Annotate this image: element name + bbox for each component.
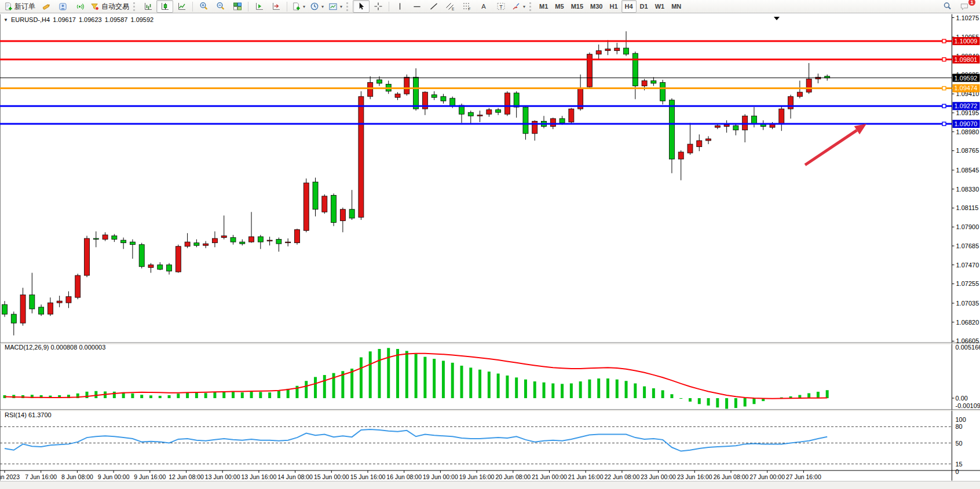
vertical-line-button[interactable] (392, 0, 408, 13)
svg-text:19 Jun 00:00: 19 Jun 00:00 (423, 473, 458, 480)
periods-button[interactable]: ▾ (308, 0, 326, 13)
svg-text:1.08115: 1.08115 (956, 204, 979, 211)
new-order-button[interactable]: 新订单 (2, 0, 38, 13)
svg-text:15 Jun 00:00: 15 Jun 00:00 (314, 473, 349, 480)
svg-text:100: 100 (956, 416, 966, 423)
tab-m30[interactable]: M30 (587, 0, 606, 13)
auto-trading-icon (90, 2, 100, 11)
svg-text:27 Jun 00:00: 27 Jun 00:00 (749, 473, 785, 480)
chart-shift-button[interactable] (251, 0, 268, 13)
templates-button[interactable]: ▾ (326, 0, 345, 13)
chart-shift-icon (255, 2, 264, 11)
tab-d1[interactable]: D1 (637, 0, 652, 13)
svg-text:15: 15 (956, 461, 963, 468)
crosshair-button[interactable] (370, 0, 386, 13)
channel-button[interactable]: E (442, 0, 459, 13)
line-chart-button[interactable] (173, 0, 190, 13)
toolbar-grip (346, 2, 350, 11)
level-handle[interactable] (942, 58, 946, 61)
svg-text:0.005166: 0.005166 (956, 344, 980, 351)
symbol-label: EURUSD-,H4 (11, 16, 50, 23)
horizontal-line-button[interactable] (408, 0, 425, 13)
chart-autoscroll-icon (272, 2, 281, 11)
indicators-button[interactable]: ▾ (290, 0, 308, 13)
svg-text:13 Jun 00:00: 13 Jun 00:00 (205, 473, 240, 480)
symbol-dropdown-icon[interactable]: ▼ (3, 17, 8, 23)
toolbar-grip (529, 2, 533, 11)
clock-icon (310, 2, 319, 11)
svg-text:1.07035: 1.07035 (956, 300, 979, 307)
svg-text:1.08765: 1.08765 (956, 147, 979, 154)
svg-text:22 Jun 08:00: 22 Jun 08:00 (605, 473, 640, 480)
price-chart-canvas[interactable]: 1.102751.100551.098401.096251.094101.091… (0, 13, 980, 489)
svg-text:23 Jun 00:00: 23 Jun 00:00 (641, 473, 676, 480)
trendline-icon (429, 2, 438, 11)
svg-text:9 Jun 16:00: 9 Jun 16:00 (134, 473, 166, 480)
arrow-objects-button[interactable]: ▾ (509, 0, 528, 13)
vertical-line-icon (396, 2, 404, 11)
svg-text:12 Jun 08:00: 12 Jun 08:00 (169, 473, 204, 480)
tab-h1[interactable]: H1 (606, 0, 621, 13)
text-label-button[interactable]: T (492, 0, 509, 13)
search-button[interactable] (939, 0, 956, 13)
zoom-in-icon (199, 2, 209, 11)
bar-chart-button[interactable] (140, 0, 156, 13)
text-button[interactable]: A (476, 0, 492, 13)
close-value: 1.09592 (130, 16, 153, 23)
signal-button[interactable] (71, 0, 88, 13)
fibonacci-button[interactable]: F (459, 0, 476, 13)
chart-autoscroll-button[interactable] (268, 0, 284, 13)
tile-windows-button[interactable] (229, 0, 246, 13)
trend-arrow-annotation[interactable] (805, 124, 866, 165)
zoom-out-icon (216, 2, 225, 11)
svg-text:21 Jun 16:00: 21 Jun 16:00 (568, 473, 604, 480)
svg-text:1.07900: 1.07900 (956, 223, 979, 230)
tab-m15[interactable]: M15 (568, 0, 587, 13)
level-handle[interactable] (942, 104, 946, 108)
svg-text:1.07470: 1.07470 (956, 262, 979, 269)
chevron-down-icon: ▾ (523, 4, 525, 9)
svg-text:1.09592: 1.09592 (955, 75, 978, 82)
text-icon: A (480, 2, 488, 11)
level-handle[interactable] (942, 122, 946, 126)
svg-text:50: 50 (956, 440, 963, 447)
equidistant-channel-icon: E (445, 2, 455, 11)
svg-text:1.09195: 1.09195 (956, 109, 979, 116)
templates-icon (328, 2, 338, 11)
notifications-button[interactable]: 1 (956, 0, 972, 13)
crayon-button[interactable] (38, 0, 54, 13)
level-handle[interactable] (942, 39, 946, 43)
tab-h4[interactable]: H4 (621, 0, 637, 13)
chevron-down-icon: ▾ (340, 4, 342, 9)
macd-panel: MACD(12,26,9) 0.000808 0.0000030.0051660… (3, 344, 980, 409)
cursor-button[interactable] (353, 0, 370, 13)
candlestick-chart-icon (160, 2, 170, 11)
trendline-button[interactable] (425, 0, 442, 13)
candlestick-chart-button[interactable] (156, 0, 173, 13)
chart-window: 1.102751.100551.098401.096251.094101.091… (0, 13, 980, 489)
label-letter: T (499, 4, 503, 10)
profiles-button[interactable] (54, 0, 71, 13)
bar-chart-icon (144, 2, 153, 11)
zoom-out-button[interactable] (212, 0, 229, 13)
auto-trading-button[interactable]: 自动交易 (88, 0, 131, 13)
tile-windows-icon (233, 2, 242, 11)
svg-text:26 Jun 08:00: 26 Jun 08:00 (714, 473, 749, 480)
svg-text:15 Jun 16:00: 15 Jun 16:00 (350, 473, 386, 480)
zoom-in-button[interactable] (195, 0, 212, 13)
tab-w1[interactable]: W1 (652, 0, 668, 13)
crosshair-icon (374, 2, 383, 11)
chevron-down-icon: ▾ (303, 4, 305, 9)
tab-m1[interactable]: M1 (536, 0, 551, 13)
toolbar-separator (389, 2, 389, 12)
level-handle[interactable] (942, 86, 946, 90)
tab-mn[interactable]: MN (668, 0, 685, 13)
tab-m5[interactable]: M5 (551, 0, 567, 13)
cursor-arrow-icon (357, 2, 365, 11)
svg-text:23 Jun 16:00: 23 Jun 16:00 (677, 473, 712, 480)
toolbar-separator (192, 2, 193, 12)
search-icon (943, 2, 952, 11)
indicators-icon (292, 2, 301, 11)
shift-marker[interactable] (774, 17, 780, 20)
svg-text:1.09272: 1.09272 (955, 102, 978, 109)
